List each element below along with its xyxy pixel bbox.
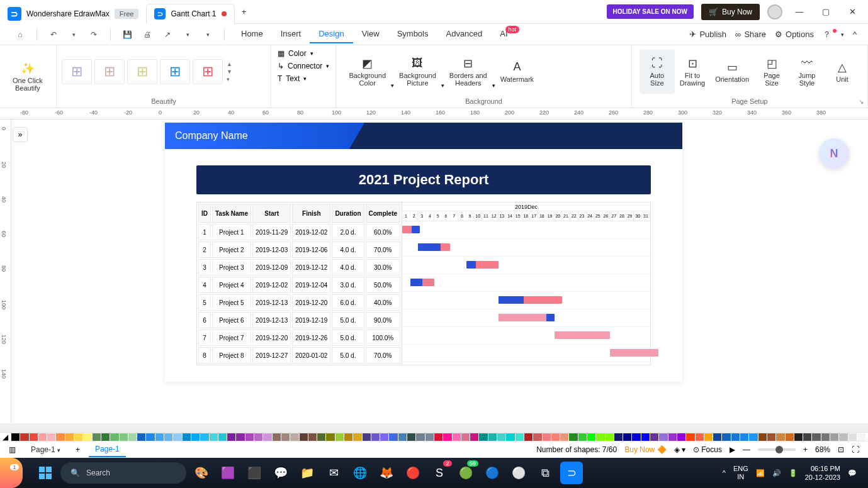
gantt-row[interactable]: 1Project 12019-11-292019-12-022.0 d.60.0… (198, 224, 400, 240)
palette-swatch[interactable] (93, 433, 101, 441)
palette-swatch[interactable] (641, 433, 650, 441)
focus-button[interactable]: ⊙ Focus (693, 445, 722, 454)
palette-swatch[interactable] (407, 433, 415, 441)
zoom-slider[interactable] (758, 448, 796, 451)
palette-swatch[interactable] (300, 433, 308, 441)
wifi-icon[interactable]: 📶 (756, 469, 765, 477)
eyedropper-icon[interactable]: ◢ (3, 433, 8, 441)
palette-swatch[interactable] (11, 433, 20, 441)
close-button[interactable]: ✕ (843, 3, 862, 21)
buy-link[interactable]: Buy Now 🔶 (624, 445, 666, 454)
zoom-in[interactable]: + (803, 445, 808, 454)
palette-swatch[interactable] (110, 433, 118, 441)
palette-swatch[interactable] (335, 433, 344, 441)
palette-swatch[interactable] (659, 433, 667, 441)
palette-swatch[interactable] (155, 433, 164, 441)
taskbar-chrome-3[interactable]: ⚪ (507, 462, 530, 484)
play-button[interactable]: ▶ (730, 445, 735, 454)
palette-swatch[interactable] (524, 433, 533, 441)
palette-swatch[interactable] (254, 433, 262, 441)
palette-swatch[interactable] (210, 433, 218, 441)
gantt-row[interactable]: 2Project 22019-12-032019-12-064.0 d.70.0… (198, 241, 400, 258)
lang-indicator[interactable]: ENG (733, 465, 748, 473)
palette-swatch[interactable] (137, 433, 145, 441)
palette-swatch[interactable] (281, 433, 290, 441)
palette-swatch[interactable] (74, 433, 82, 441)
buy-now-button[interactable]: 🛒 Buy Now (701, 4, 760, 20)
palette-swatch[interactable] (614, 433, 623, 441)
zoom-out[interactable]: — (743, 445, 750, 454)
sound-icon[interactable]: 🔊 (772, 469, 781, 477)
page-size[interactable]: ◰Page Size (754, 50, 789, 94)
zoom-level[interactable]: 68% (815, 445, 830, 454)
maximize-button[interactable]: ▢ (816, 3, 835, 21)
palette-swatch[interactable] (434, 433, 442, 441)
palette-swatch[interactable] (470, 433, 478, 441)
palette-swatch[interactable] (65, 433, 74, 441)
unit[interactable]: △Unit (825, 50, 860, 94)
palette-swatch[interactable] (30, 433, 38, 441)
pagesetup-launcher[interactable]: ↘ (859, 98, 864, 105)
auto-size[interactable]: ⛶Auto Size (640, 50, 675, 94)
palette-swatch[interactable] (20, 433, 28, 441)
page-tab-1[interactable]: Page-1 (89, 442, 126, 457)
palette-swatch[interactable] (120, 433, 128, 441)
layout-icon[interactable]: ▥ (9, 445, 16, 454)
gantt-row[interactable]: 3Project 32019-12-092019-12-124.0 d.30.0… (198, 259, 400, 275)
taskbar-whatsapp[interactable]: 🟢59 (454, 462, 477, 484)
export-dropdown[interactable]: ▾ (179, 26, 196, 43)
palette-swatch[interactable] (38, 433, 47, 441)
palette-swatch[interactable] (128, 433, 137, 441)
gantt-row[interactable]: 8Project 82019-12-272020-01-025.0 d.70.0… (198, 347, 400, 363)
app-tab[interactable]: ⊃ Wondershare EdrawMax Free (0, 4, 146, 24)
taskbar-copilot[interactable]: 🎨 (190, 462, 213, 484)
palette-swatch[interactable] (758, 433, 767, 441)
palette-swatch[interactable] (821, 433, 830, 441)
taskbar-edge[interactable]: 🌐 (349, 462, 371, 484)
holiday-banner[interactable]: HOLIDAY SALE ON NOW (607, 4, 694, 19)
palette-swatch[interactable] (191, 433, 200, 441)
document-tab[interactable]: ⊃ Gantt Chart 1 (146, 4, 234, 24)
jump-style[interactable]: 〰Jump Style (789, 50, 825, 94)
palette-swatch[interactable] (731, 433, 740, 441)
layers-icon[interactable]: ◈ ▾ (674, 445, 685, 454)
gantt-bar[interactable] (546, 314, 555, 321)
palette-swatch[interactable] (56, 433, 64, 441)
gantt-bar[interactable] (610, 349, 658, 357)
palette-swatch[interactable] (543, 433, 551, 441)
palette-swatch[interactable] (722, 433, 730, 441)
gantt-row[interactable]: 4Project 42019-12-022019-12-043.0 d.50.0… (198, 277, 400, 293)
palette-swatch[interactable] (623, 433, 631, 441)
user-avatar[interactable] (767, 4, 782, 19)
palette-swatch[interactable] (218, 433, 227, 441)
palette-swatch[interactable] (363, 433, 371, 441)
menu-home[interactable]: Home (232, 25, 272, 43)
taskbar-edrawmax[interactable]: ⊃ (560, 462, 583, 484)
palette-swatch[interactable] (830, 433, 838, 441)
palette-swatch[interactable] (183, 433, 191, 441)
style-up[interactable]: ▲ (227, 61, 238, 67)
palette-swatch[interactable] (227, 433, 235, 441)
connector-dropdown[interactable]: ↳Connector ▾ (278, 60, 329, 72)
export-button[interactable]: ↗ (159, 26, 176, 43)
undo-button[interactable]: ↶ (45, 26, 62, 43)
menu-insert[interactable]: Insert (272, 25, 310, 43)
palette-swatch[interactable] (416, 433, 424, 441)
palette-swatch[interactable] (101, 433, 110, 441)
palette-swatch[interactable] (83, 433, 91, 441)
menu-symbols[interactable]: Symbols (388, 25, 437, 43)
collapse-ribbon-button[interactable]: ^ (853, 30, 857, 39)
options-button[interactable]: ⚙Options (775, 30, 814, 39)
menu-ai[interactable]: AIhot (491, 25, 531, 43)
gantt-row[interactable]: 5Project 52019-12-132019-12-206.0 d.40.0… (198, 294, 400, 311)
gantt-bar[interactable] (418, 243, 441, 251)
palette-swatch[interactable] (290, 433, 298, 441)
palette-swatch[interactable] (506, 433, 514, 441)
gantt-row[interactable]: 6Project 62019-12-132019-12-195.0 d.90.0… (198, 312, 400, 328)
palette-swatch[interactable] (569, 433, 577, 441)
palette-swatch[interactable] (516, 433, 524, 441)
page-document[interactable]: Company Name 2021 Project Report IDTask … (165, 123, 682, 382)
clock[interactable]: 06:16 PM 20-12-2023 (805, 464, 840, 482)
palette-swatch[interactable] (596, 433, 604, 441)
widgets-strip[interactable]: 1 (0, 458, 23, 488)
